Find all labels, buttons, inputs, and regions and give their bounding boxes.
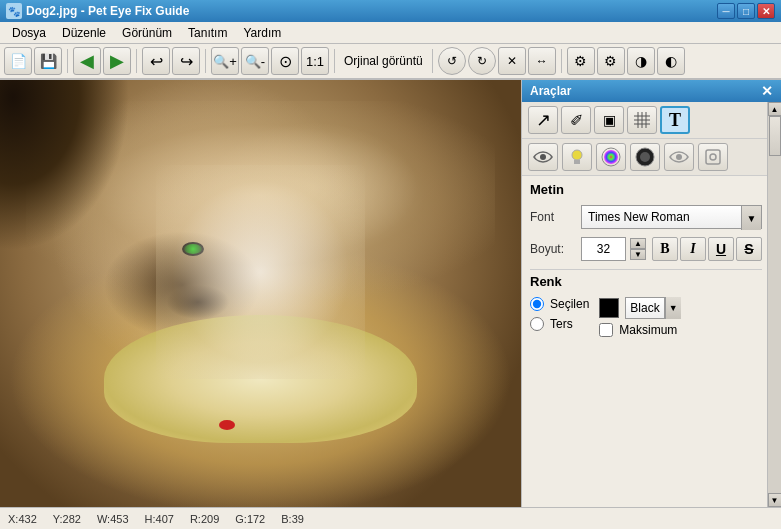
separator-4 <box>334 49 335 73</box>
zoom-reset-button[interactable]: 1:1 <box>301 47 329 75</box>
italic-button[interactable]: I <box>680 237 706 261</box>
main-content: Araçlar ✕ ↗ ✐ ▣ <box>0 80 781 507</box>
menu-tanitim[interactable]: Tanıtım <box>180 24 235 42</box>
underline-button[interactable]: U <box>708 237 734 261</box>
save-button[interactable]: 💾 <box>34 47 62 75</box>
size-input[interactable] <box>581 237 626 261</box>
svg-rect-8 <box>574 160 580 164</box>
metin-title: Metin <box>530 182 762 197</box>
effect3-button[interactable]: ✕ <box>498 47 526 75</box>
separator-6 <box>561 49 562 73</box>
color-select-row: Black ▼ <box>599 297 680 319</box>
effect2-button[interactable]: ↻ <box>468 47 496 75</box>
zoom-fit-button[interactable]: ⊙ <box>271 47 299 75</box>
bold-button[interactable]: B <box>652 237 678 261</box>
bulb-icon-button[interactable] <box>562 143 592 171</box>
radio-ters: Ters <box>530 317 589 331</box>
status-h: H:407 <box>145 513 174 525</box>
b-value: 39 <box>292 513 304 525</box>
divider <box>530 269 762 270</box>
title-bar: 🐾 Dog2.jpg - Pet Eye Fix Guide ─ □ ✕ <box>0 0 781 22</box>
effect6-button[interactable]: ⚙ <box>597 47 625 75</box>
menu-dosya[interactable]: Dosya <box>4 24 54 42</box>
radio-secilen-label: Seçilen <box>550 297 589 311</box>
back-button[interactable]: ◀ <box>73 47 101 75</box>
redo-button[interactable]: ↪ <box>172 47 200 75</box>
font-dropdown-arrow[interactable]: ▼ <box>741 206 761 230</box>
dark-circle-button[interactable] <box>630 143 660 171</box>
zoom-out-button[interactable]: 🔍- <box>241 47 269 75</box>
extra-icon-button[interactable] <box>698 143 728 171</box>
grid-tool-button[interactable] <box>627 106 657 134</box>
minimize-button[interactable]: ─ <box>717 3 735 19</box>
tools-panel: Araçlar ✕ ↗ ✐ ▣ <box>521 80 781 507</box>
paw-red <box>219 420 235 430</box>
new-button[interactable]: 📄 <box>4 47 32 75</box>
color-dropdown[interactable]: Black <box>625 297 664 319</box>
image-area[interactable] <box>0 80 521 507</box>
white-fur <box>156 165 364 379</box>
size-spin-buttons: ▲ ▼ <box>630 238 646 260</box>
effect1-button[interactable]: ↺ <box>438 47 466 75</box>
radio-ters-input[interactable] <box>530 317 544 331</box>
y-value: 282 <box>63 513 81 525</box>
tools-toolbar-1: ↗ ✐ ▣ T <box>522 102 767 139</box>
text-tool-button[interactable]: T <box>660 106 690 134</box>
effect5-button[interactable]: ⚙ <box>567 47 595 75</box>
h-value: 407 <box>156 513 174 525</box>
pen-tool-button[interactable]: ✐ <box>561 106 591 134</box>
strikethrough-button[interactable]: S <box>736 237 762 261</box>
tools-title: Araçlar <box>530 84 571 98</box>
menu-bar: Dosya Düzenle Görünüm Tanıtım Yardım <box>0 22 781 44</box>
radio-secilen-input[interactable] <box>530 297 544 311</box>
scroll-up-button[interactable]: ▲ <box>768 102 782 116</box>
maximize-button[interactable]: □ <box>737 3 755 19</box>
radio-secilen: Seçilen <box>530 297 589 311</box>
rect-tool-button[interactable]: ▣ <box>594 106 624 134</box>
app-icon: 🐾 <box>6 3 22 19</box>
color-dropdown-arrow[interactable]: ▼ <box>665 297 681 319</box>
color-circle-button[interactable] <box>596 143 626 171</box>
maksimum-checkbox[interactable] <box>599 323 613 337</box>
menu-gorunum[interactable]: Görünüm <box>114 24 180 42</box>
scroll-down-button[interactable]: ▼ <box>768 493 782 507</box>
zoom-in-button[interactable]: 🔍+ <box>211 47 239 75</box>
status-b: B:39 <box>281 513 304 525</box>
scroll-track <box>768 116 781 493</box>
separator-2 <box>136 49 137 73</box>
window-controls: ─ □ ✕ <box>717 3 775 19</box>
eye-icon-button[interactable] <box>528 143 558 171</box>
tools-header: Araçlar ✕ <box>522 80 781 102</box>
tools-close-button[interactable]: ✕ <box>761 83 773 99</box>
effect4-button[interactable]: ↔ <box>528 47 556 75</box>
b-label: B: <box>281 513 291 525</box>
renk-content: Seçilen Ters <box>530 297 762 337</box>
size-format-row: Boyut: ▲ ▼ B I U <box>530 237 762 261</box>
maksimum-row: Maksimum <box>599 323 680 337</box>
effect8-button[interactable]: ◐ <box>657 47 685 75</box>
status-x: X:432 <box>8 513 37 525</box>
undo-button[interactable]: ↩ <box>142 47 170 75</box>
forward-button[interactable]: ▶ <box>103 47 131 75</box>
size-up-button[interactable]: ▲ <box>630 238 646 249</box>
font-select-box: Times New Roman ▼ <box>581 205 762 229</box>
y-label: Y: <box>53 513 63 525</box>
tools-scrollbar: ▲ ▼ <box>767 102 781 507</box>
menu-duzenle[interactable]: Düzenle <box>54 24 114 42</box>
g-value: 172 <box>247 513 265 525</box>
size-down-button[interactable]: ▼ <box>630 249 646 260</box>
svg-point-15 <box>710 154 716 160</box>
toolbar: 📄 💾 ◀ ▶ ↩ ↪ 🔍+ 🔍- ⊙ 1:1 Orjinal görüntü … <box>0 44 781 80</box>
color-swatch[interactable] <box>599 298 619 318</box>
tools-inner: ↗ ✐ ▣ T <box>522 102 781 507</box>
scroll-thumb[interactable] <box>769 116 781 156</box>
dark-corner <box>0 80 130 251</box>
arrow-tool-button[interactable]: ↗ <box>528 106 558 134</box>
close-button[interactable]: ✕ <box>757 3 775 19</box>
eye2-icon-button[interactable] <box>664 143 694 171</box>
svg-point-12 <box>640 152 650 162</box>
effect7-button[interactable]: ◑ <box>627 47 655 75</box>
radio-ters-label: Ters <box>550 317 573 331</box>
status-w: W:453 <box>97 513 129 525</box>
menu-yardim[interactable]: Yardım <box>235 24 289 42</box>
